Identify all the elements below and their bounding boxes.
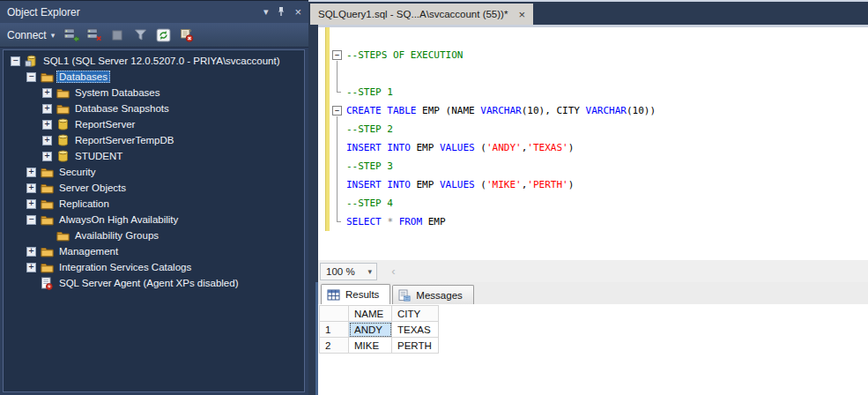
tree-item-label[interactable]: System Databases	[72, 86, 163, 99]
tree-item-label[interactable]: Availability Groups	[72, 229, 161, 242]
folder-icon	[40, 166, 54, 179]
tree-item[interactable]: −AlwaysOn High Availability	[4, 212, 304, 227]
tree-item[interactable]: −Databases	[4, 69, 304, 85]
tree-item[interactable]: +System Databases	[4, 85, 304, 101]
tree-item-label[interactable]: Management	[56, 245, 121, 257]
results-tab-messages[interactable]: Messages	[392, 285, 473, 304]
tree-item-label[interactable]: Replication	[56, 198, 112, 210]
column-header[interactable]: NAME	[349, 306, 392, 322]
tab-close-icon[interactable]: ×	[518, 9, 525, 20]
connect-server-icon[interactable]	[63, 27, 79, 42]
messages-icon	[398, 289, 411, 302]
query-tab[interactable]: SQLQuery1.sql - SQ...A\svcaccount (55))*…	[310, 4, 533, 25]
pin-icon[interactable]	[277, 6, 286, 19]
folder-icon	[40, 213, 54, 227]
refresh-icon[interactable]	[155, 27, 171, 42]
code-line[interactable]: --STEP 4	[346, 194, 656, 212]
tree-item[interactable]: +Integration Services Catalogs	[4, 259, 304, 275]
tree-item-label[interactable]: Database Snapshots	[72, 102, 172, 115]
expand-icon[interactable]: +	[26, 263, 36, 272]
document-tabstrip: SQLQuery1.sql - SQ...A\svcaccount (55))*…	[308, 2, 868, 25]
disconnect-server-icon[interactable]	[86, 27, 102, 42]
code-line[interactable]: --STEP 2	[346, 120, 656, 138]
grid-row: 1ANDYTEXAS	[320, 322, 439, 338]
grid-cell[interactable]: TEXAS	[392, 322, 439, 338]
connect-button[interactable]: Connect ▾	[7, 29, 55, 41]
code-fold-icon[interactable]: −	[332, 50, 342, 60]
tree-item[interactable]: +Database Snapshots	[4, 101, 304, 116]
window-position-icon[interactable]: ▾	[263, 6, 269, 18]
zoom-dropdown[interactable]: 100 % ▾	[320, 263, 377, 280]
tree-item-label[interactable]: Security	[56, 166, 99, 178]
tree-item[interactable]: +Server Objects	[4, 180, 304, 196]
track-changes-bar	[325, 27, 330, 231]
collapse-icon[interactable]: −	[11, 56, 20, 66]
code-line[interactable]: INSERT INTO EMP VALUES ('MIKE','PERTH')	[346, 175, 656, 194]
code-line[interactable]: --STEP 3	[346, 157, 656, 175]
code-line[interactable]: --STEPS OF EXECUTION	[346, 46, 656, 64]
zoom-value: 100 %	[326, 266, 355, 277]
code-line[interactable]: CREATE TABLE EMP (NAME VARCHAR(10), CITY…	[346, 101, 656, 120]
expand-icon[interactable]: +	[42, 88, 52, 98]
tree-item-label[interactable]: Server Objects	[56, 182, 129, 194]
grid-corner-header[interactable]	[320, 306, 349, 322]
folder-icon	[40, 245, 54, 258]
filter-icon[interactable]	[132, 27, 148, 42]
sql-editor[interactable]: −− --STEPS OF EXECUTION --STEP 1CREATE T…	[318, 25, 868, 260]
tree-item[interactable]: +Management	[4, 243, 304, 259]
tree-item-label[interactable]: SQL1 (SQL Server 12.0.5207.0 - PRIYA\svc…	[41, 55, 282, 67]
tree-item[interactable]: +STUDENT	[4, 148, 304, 164]
folder-icon	[40, 198, 54, 211]
expand-icon[interactable]: +	[42, 104, 52, 114]
code-line[interactable]	[346, 64, 656, 83]
tree-item-label[interactable]: AlwaysOn High Availability	[56, 213, 181, 226]
tree-item[interactable]: SQL Server Agent (Agent XPs disabled)	[4, 275, 304, 291]
scroll-left-icon[interactable]: ‹	[391, 265, 395, 278]
database-icon	[56, 134, 70, 147]
fold-guide-line	[337, 116, 338, 221]
grid-cell[interactable]: PERTH	[392, 338, 439, 354]
collapse-icon[interactable]: −	[26, 215, 36, 225]
editor-status-strip: 100 % ▾ ‹	[318, 260, 868, 282]
column-header[interactable]: CITY	[392, 306, 439, 322]
tree-item[interactable]: +Security	[4, 164, 304, 180]
grid-icon	[327, 289, 340, 301]
results-tab-results[interactable]: Results	[321, 284, 390, 304]
stop-icon[interactable]	[109, 27, 125, 42]
expand-icon[interactable]: +	[42, 152, 52, 161]
code-line[interactable]: INSERT INTO EMP VALUES ('ANDY','TEXAS')	[346, 138, 656, 157]
tree-item-label[interactable]: ReportServer	[72, 118, 137, 130]
expand-icon[interactable]: +	[26, 168, 36, 177]
fold-guide-line	[337, 61, 338, 92]
expand-icon[interactable]: +	[42, 136, 52, 145]
tree-item-label[interactable]: Integration Services Catalogs	[56, 261, 194, 273]
tree-item[interactable]: +Replication	[4, 196, 304, 212]
collapse-icon[interactable]: −	[26, 72, 36, 82]
tree-item-label[interactable]: ReportServerTempDB	[72, 134, 176, 146]
grid-cell[interactable]: ANDY	[349, 322, 392, 338]
tree-item-label[interactable]: STUDENT	[72, 150, 125, 162]
sql-code[interactable]: --STEPS OF EXECUTION --STEP 1CREATE TABL…	[346, 46, 656, 231]
results-panel: ResultsMessages NAMECITY1ANDYTEXAS2MIKEP…	[315, 282, 868, 395]
tree-item[interactable]: +ReportServer	[4, 116, 304, 132]
expand-icon[interactable]: +	[42, 120, 52, 130]
results-tab-label: Messages	[416, 290, 462, 301]
grid-cell[interactable]: MIKE	[349, 338, 392, 354]
row-header[interactable]: 1	[320, 322, 349, 338]
close-icon[interactable]: ×	[294, 5, 301, 19]
tree-item[interactable]: Availability Groups	[4, 227, 304, 243]
code-line[interactable]: --STEP 1	[346, 83, 656, 101]
code-fold-icon[interactable]: −	[332, 106, 342, 116]
tree-item[interactable]: +ReportServerTempDB	[4, 132, 304, 148]
expand-icon[interactable]: +	[26, 247, 36, 257]
tree-item[interactable]: −SQL1 (SQL Server 12.0.5207.0 - PRIYA\sv…	[4, 53, 304, 69]
tree-item-label[interactable]: SQL Server Agent (Agent XPs disabled)	[56, 277, 241, 289]
tree-item-label[interactable]: Databases	[56, 71, 110, 83]
code-line[interactable]: SELECT * FROM EMP	[346, 212, 656, 231]
fold-guide-tick	[337, 92, 341, 93]
script-error-icon[interactable]	[178, 27, 194, 42]
row-header[interactable]: 2	[320, 338, 349, 354]
expand-icon[interactable]: +	[26, 183, 36, 193]
panel-title: Object Explorer	[7, 6, 80, 19]
expand-icon[interactable]: +	[26, 199, 36, 209]
